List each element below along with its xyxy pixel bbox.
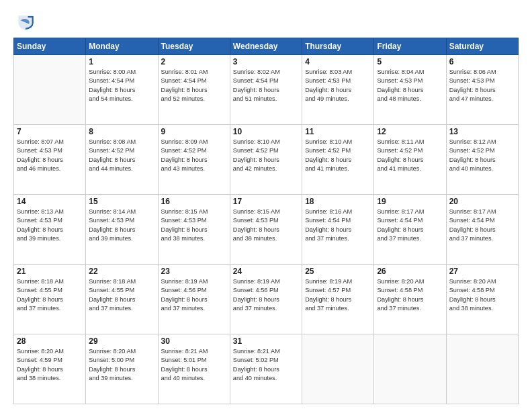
calendar-cell [374,334,446,404]
calendar-cell: 1Sunrise: 8:00 AMSunset: 4:54 PMDaylight… [86,55,158,125]
day-number: 13 [449,127,515,136]
weekday-header: Friday [374,38,446,55]
day-number: 1 [89,57,154,66]
calendar-cell: 6Sunrise: 8:06 AMSunset: 4:53 PMDaylight… [446,55,518,125]
cell-details: Sunrise: 8:17 AMSunset: 4:54 PMDaylight:… [449,208,515,243]
calendar-cell: 9Sunrise: 8:09 AMSunset: 4:52 PMDaylight… [158,125,230,195]
day-number: 15 [89,197,154,206]
day-number: 27 [449,267,515,276]
cell-details: Sunrise: 8:20 AMSunset: 4:59 PMDaylight:… [17,347,83,383]
cell-details: Sunrise: 8:21 AMSunset: 5:01 PMDaylight:… [161,347,227,383]
calendar-cell: 20Sunrise: 8:17 AMSunset: 4:54 PMDayligh… [446,195,518,265]
calendar-cell: 26Sunrise: 8:20 AMSunset: 4:58 PMDayligh… [374,265,446,334]
calendar-cell: 30Sunrise: 8:21 AMSunset: 5:01 PMDayligh… [158,334,230,404]
cell-details: Sunrise: 8:20 AMSunset: 5:00 PMDaylight:… [89,347,154,383]
calendar-cell: 21Sunrise: 8:18 AMSunset: 4:55 PMDayligh… [14,265,86,334]
day-number: 9 [161,127,227,136]
day-number: 28 [17,336,83,346]
cell-details: Sunrise: 8:00 AMSunset: 4:54 PMDaylight:… [89,68,154,103]
cell-details: Sunrise: 8:14 AMSunset: 4:53 PMDaylight:… [89,208,154,243]
weekday-header: Thursday [302,38,374,55]
day-number: 23 [161,267,227,276]
cell-details: Sunrise: 8:19 AMSunset: 4:56 PMDaylight:… [233,277,299,313]
weekday-header: Saturday [446,38,518,55]
weekday-header: Tuesday [158,38,230,55]
cell-details: Sunrise: 8:11 AMSunset: 4:52 PMDaylight:… [377,138,443,173]
weekday-header: Wednesday [230,38,302,55]
calendar-cell: 14Sunrise: 8:13 AMSunset: 4:53 PMDayligh… [14,195,86,265]
day-number: 25 [305,267,371,276]
day-number: 2 [161,57,227,66]
day-number: 7 [17,127,83,136]
cell-details: Sunrise: 8:16 AMSunset: 4:54 PMDaylight:… [305,208,371,243]
cell-details: Sunrise: 8:15 AMSunset: 4:53 PMDaylight:… [233,208,299,243]
calendar-cell: 23Sunrise: 8:19 AMSunset: 4:56 PMDayligh… [158,265,230,334]
calendar-week-row: 14Sunrise: 8:13 AMSunset: 4:53 PMDayligh… [14,195,519,265]
calendar-cell: 15Sunrise: 8:14 AMSunset: 4:53 PMDayligh… [86,195,158,265]
cell-details: Sunrise: 8:10 AMSunset: 4:52 PMDaylight:… [233,138,299,173]
calendar-cell [302,334,374,404]
calendar-week-row: 28Sunrise: 8:20 AMSunset: 4:59 PMDayligh… [14,334,519,404]
day-number: 4 [305,57,371,66]
header [13,12,519,31]
cell-details: Sunrise: 8:15 AMSunset: 4:53 PMDaylight:… [161,208,227,243]
calendar-cell: 11Sunrise: 8:10 AMSunset: 4:52 PMDayligh… [302,125,374,195]
day-number: 31 [233,336,299,346]
calendar-cell: 8Sunrise: 8:08 AMSunset: 4:52 PMDaylight… [86,125,158,195]
calendar-cell: 16Sunrise: 8:15 AMSunset: 4:53 PMDayligh… [158,195,230,265]
day-number: 30 [161,336,227,346]
day-number: 29 [89,336,154,346]
calendar-cell: 19Sunrise: 8:17 AMSunset: 4:54 PMDayligh… [374,195,446,265]
calendar-week-row: 1Sunrise: 8:00 AMSunset: 4:54 PMDaylight… [14,55,519,125]
cell-details: Sunrise: 8:06 AMSunset: 4:53 PMDaylight:… [449,68,515,103]
day-number: 24 [233,267,299,276]
calendar-cell: 4Sunrise: 8:03 AMSunset: 4:53 PMDaylight… [302,55,374,125]
cell-details: Sunrise: 8:20 AMSunset: 4:58 PMDaylight:… [377,277,443,313]
cell-details: Sunrise: 8:09 AMSunset: 4:52 PMDaylight:… [161,138,227,173]
cell-details: Sunrise: 8:10 AMSunset: 4:52 PMDaylight:… [305,138,371,173]
calendar-cell: 31Sunrise: 8:21 AMSunset: 5:02 PMDayligh… [230,334,302,404]
calendar-cell [14,55,86,125]
calendar-cell: 28Sunrise: 8:20 AMSunset: 4:59 PMDayligh… [14,334,86,404]
page: SundayMondayTuesdayWednesdayThursdayFrid… [0,0,532,411]
cell-details: Sunrise: 8:07 AMSunset: 4:53 PMDaylight:… [17,138,83,173]
day-number: 8 [89,127,154,136]
cell-details: Sunrise: 8:20 AMSunset: 4:58 PMDaylight:… [449,277,515,313]
cell-details: Sunrise: 8:21 AMSunset: 5:02 PMDaylight:… [233,347,299,383]
cell-details: Sunrise: 8:12 AMSunset: 4:52 PMDaylight:… [449,138,515,173]
day-number: 14 [17,197,83,206]
calendar-cell: 7Sunrise: 8:07 AMSunset: 4:53 PMDaylight… [14,125,86,195]
day-number: 12 [377,127,443,136]
cell-details: Sunrise: 8:04 AMSunset: 4:53 PMDaylight:… [377,68,443,103]
cell-details: Sunrise: 8:08 AMSunset: 4:52 PMDaylight:… [89,138,154,173]
cell-details: Sunrise: 8:13 AMSunset: 4:53 PMDaylight:… [17,208,83,243]
cell-details: Sunrise: 8:19 AMSunset: 4:56 PMDaylight:… [161,277,227,313]
cell-details: Sunrise: 8:02 AMSunset: 4:54 PMDaylight:… [233,68,299,103]
calendar-cell: 12Sunrise: 8:11 AMSunset: 4:52 PMDayligh… [374,125,446,195]
cell-details: Sunrise: 8:01 AMSunset: 4:54 PMDaylight:… [161,68,227,103]
logo [13,12,38,31]
cell-details: Sunrise: 8:18 AMSunset: 4:55 PMDaylight:… [17,277,83,313]
day-number: 11 [305,127,371,136]
calendar-cell: 10Sunrise: 8:10 AMSunset: 4:52 PMDayligh… [230,125,302,195]
calendar-cell: 18Sunrise: 8:16 AMSunset: 4:54 PMDayligh… [302,195,374,265]
calendar-cell: 2Sunrise: 8:01 AMSunset: 4:54 PMDaylight… [158,55,230,125]
calendar-cell: 25Sunrise: 8:19 AMSunset: 4:57 PMDayligh… [302,265,374,334]
calendar-cell: 24Sunrise: 8:19 AMSunset: 4:56 PMDayligh… [230,265,302,334]
calendar-cell: 5Sunrise: 8:04 AMSunset: 4:53 PMDaylight… [374,55,446,125]
calendar-week-row: 7Sunrise: 8:07 AMSunset: 4:53 PMDaylight… [14,125,519,195]
weekday-header: Monday [86,38,158,55]
logo-icon [15,12,36,34]
cell-details: Sunrise: 8:03 AMSunset: 4:53 PMDaylight:… [305,68,371,103]
day-number: 26 [377,267,443,276]
calendar-week-row: 21Sunrise: 8:18 AMSunset: 4:55 PMDayligh… [14,265,519,334]
calendar-cell: 22Sunrise: 8:18 AMSunset: 4:55 PMDayligh… [86,265,158,334]
day-number: 21 [17,267,83,276]
calendar-cell: 3Sunrise: 8:02 AMSunset: 4:54 PMDaylight… [230,55,302,125]
cell-details: Sunrise: 8:19 AMSunset: 4:57 PMDaylight:… [305,277,371,313]
day-number: 16 [161,197,227,206]
cell-details: Sunrise: 8:17 AMSunset: 4:54 PMDaylight:… [377,208,443,243]
calendar-cell: 27Sunrise: 8:20 AMSunset: 4:58 PMDayligh… [446,265,518,334]
day-number: 5 [377,57,443,66]
weekday-header: Sunday [14,38,86,55]
